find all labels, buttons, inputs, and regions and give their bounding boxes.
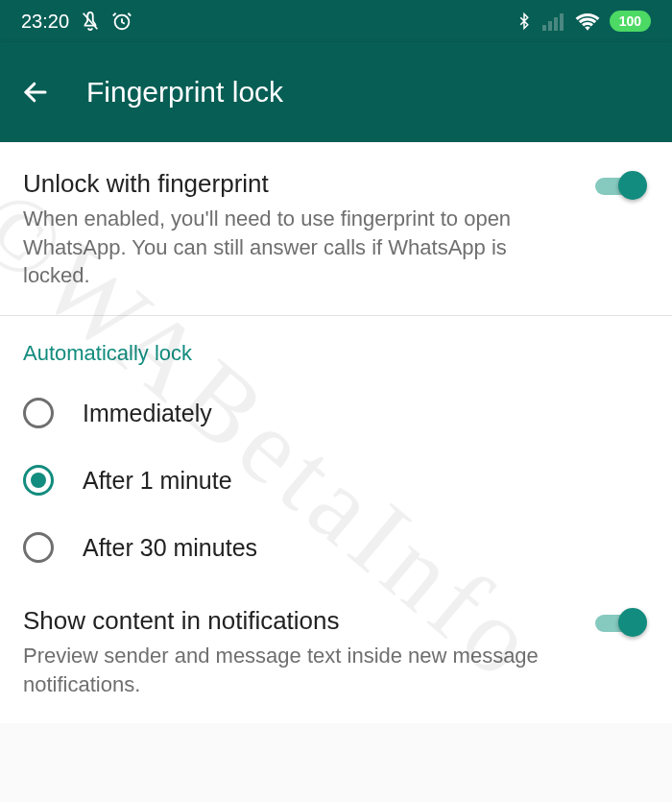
auto-lock-option[interactable]: Immediately xyxy=(0,379,672,447)
auto-lock-header: Automatically lock xyxy=(0,316,672,379)
radio-label: Immediately xyxy=(83,400,212,427)
unlock-desc: When enabled, you'll need to use fingerp… xyxy=(23,205,576,290)
back-button[interactable] xyxy=(21,78,50,107)
settings-content: Unlock with fingerprint When enabled, yo… xyxy=(0,142,672,723)
show-content-desc: Preview sender and message text inside n… xyxy=(23,642,576,698)
status-bar: 23:20 xyxy=(0,0,672,42)
svg-rect-5 xyxy=(560,13,564,31)
mute-icon xyxy=(80,11,101,32)
show-content-toggle[interactable] xyxy=(595,608,647,637)
show-content-row[interactable]: Show content in notifications Preview se… xyxy=(0,581,672,723)
status-right: 100 xyxy=(516,11,651,32)
bluetooth-icon xyxy=(516,11,533,32)
status-left: 23:20 xyxy=(21,11,132,33)
battery-indicator: 100 xyxy=(610,11,651,32)
signal-icon xyxy=(542,12,565,31)
app-bar: Fingerprint lock xyxy=(0,42,672,142)
radio-button[interactable] xyxy=(23,398,54,428)
status-time: 23:20 xyxy=(21,11,69,33)
svg-rect-2 xyxy=(542,25,546,31)
unlock-title: Unlock with fingerprint xyxy=(23,169,576,199)
radio-label: After 1 minute xyxy=(83,467,232,495)
svg-line-0 xyxy=(84,13,98,30)
show-content-title: Show content in notifications xyxy=(23,606,576,636)
unlock-toggle[interactable] xyxy=(595,171,647,200)
unlock-fingerprint-row[interactable]: Unlock with fingerprint When enabled, yo… xyxy=(0,142,672,315)
svg-rect-4 xyxy=(554,17,558,31)
auto-lock-option[interactable]: After 1 minute xyxy=(0,447,672,514)
alarm-icon xyxy=(111,11,132,32)
svg-rect-3 xyxy=(548,21,552,31)
wifi-icon xyxy=(575,12,600,31)
auto-lock-options: ImmediatelyAfter 1 minuteAfter 30 minute… xyxy=(0,379,672,581)
radio-button[interactable] xyxy=(23,465,54,496)
radio-label: After 30 minutes xyxy=(83,534,257,562)
radio-button[interactable] xyxy=(23,532,54,563)
page-title: Fingerprint lock xyxy=(86,76,283,109)
battery-percent: 100 xyxy=(619,13,641,29)
auto-lock-option[interactable]: After 30 minutes xyxy=(0,514,672,581)
